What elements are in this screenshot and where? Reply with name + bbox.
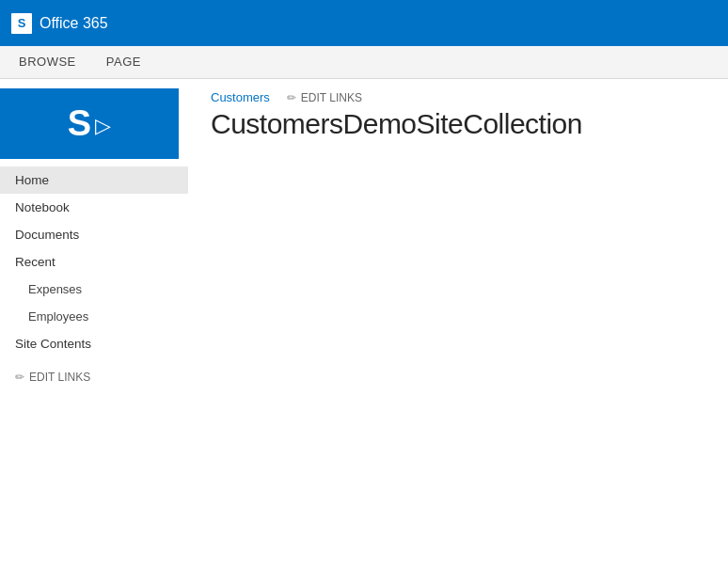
sidebar-item-expenses[interactable]: Expenses: [0, 276, 188, 303]
sharepoint-logo: S ▷: [0, 88, 179, 159]
tab-page[interactable]: PAGE: [103, 46, 145, 78]
main-layout: S ▷ Home Notebook Documents Recent Expen…: [0, 79, 728, 569]
sidebar-item-home[interactable]: Home: [0, 166, 188, 194]
sidebar-item-site-contents[interactable]: Site Contents: [0, 330, 188, 357]
ribbon: BROWSE PAGE: [0, 46, 728, 79]
pencil-icon: ✏: [15, 371, 24, 384]
app-name: Office 365: [40, 15, 108, 32]
sidebar-edit-links[interactable]: ✏ EDIT LINKS: [0, 361, 188, 393]
office-icon: S: [11, 13, 32, 34]
topbar: S Office 365: [0, 0, 728, 46]
breadcrumb-link[interactable]: Customers: [211, 90, 270, 104]
content-area: Customers ✏ EDIT LINKS CustomersDemoSite…: [188, 79, 728, 569]
sidebar-item-notebook[interactable]: Notebook: [0, 194, 188, 221]
page-title: CustomersDemoSiteCollection: [211, 108, 705, 140]
nav-menu: Home Notebook Documents Recent Expenses …: [0, 166, 188, 357]
sidebar-item-recent[interactable]: Recent: [0, 248, 188, 276]
pencil-icon-header: ✏: [287, 91, 296, 104]
sidebar: S ▷ Home Notebook Documents Recent Expen…: [0, 79, 188, 569]
edit-links-label: EDIT LINKS: [301, 91, 362, 104]
sp-arrow-icon: ▷: [95, 114, 111, 138]
sidebar-item-employees[interactable]: Employees: [0, 303, 188, 330]
sidebar-edit-links-label: EDIT LINKS: [29, 371, 90, 384]
content-edit-links[interactable]: ✏ EDIT LINKS: [287, 91, 362, 104]
tab-browse[interactable]: BROWSE: [15, 46, 80, 78]
topbar-logo[interactable]: S Office 365: [11, 13, 108, 34]
sp-s-letter: S: [68, 103, 91, 144]
sidebar-item-documents[interactable]: Documents: [0, 221, 188, 248]
breadcrumb: Customers ✏ EDIT LINKS: [211, 90, 705, 104]
